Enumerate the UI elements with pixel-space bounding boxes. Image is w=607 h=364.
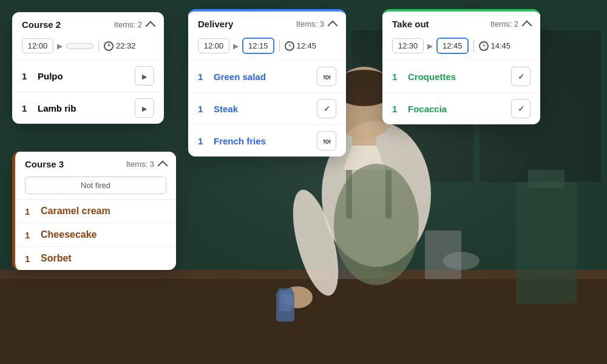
delivery-item-3: 1 French fries: [188, 124, 346, 157]
course2-time-mid[interactable]: [66, 43, 93, 49]
course2-item-1: 1 Pulpo: [12, 59, 164, 92]
course3-item-1: 1 Caramel cream: [15, 199, 176, 223]
delivery-arrow: ▶: [233, 42, 239, 50]
check-icon: [518, 104, 524, 113]
course2-clock: 22:32: [104, 41, 136, 51]
course3-item-3: 1 Sorbet: [15, 246, 176, 270]
course2-item1-action-btn[interactable]: [135, 66, 154, 86]
takeout-item-1: 1 Croquettes: [382, 60, 540, 92]
takeout-collapse-icon[interactable]: [522, 20, 532, 30]
course3-collapse-icon[interactable]: [158, 160, 168, 170]
clock-icon: [104, 41, 114, 51]
course3-title: Course 3: [25, 159, 64, 169]
takeout-divider: [473, 40, 474, 52]
takeout-item1-action-btn[interactable]: [511, 67, 531, 86]
takeout-item-2: 1 Focaccia: [382, 92, 540, 124]
delivery-time-mid[interactable]: 12:15: [242, 38, 274, 54]
serve-icon: [324, 72, 330, 81]
delivery-item1-action-btn[interactable]: [317, 67, 336, 86]
check-icon: [518, 72, 524, 81]
serve-icon: [324, 136, 330, 146]
course2-divider: [98, 40, 99, 52]
clock-icon: [285, 41, 294, 51]
course2-time-row: 12:00 ▶ 22:32: [12, 35, 164, 59]
delivery-time-row: 12:00 ▶ 12:15 12:45: [188, 34, 346, 60]
course2-panel: Course 2 Items: 2 12:00 ▶ 22:32 1 Pulpo …: [12, 12, 164, 124]
delivery-clock: 12:45: [285, 41, 317, 51]
takeout-title: Take out: [392, 19, 429, 29]
delivery-item2-action-btn[interactable]: [317, 99, 336, 118]
takeout-time-row: 12:30 ▶ 12:45 14:45: [382, 34, 540, 60]
delivery-title: Delivery: [198, 19, 233, 29]
course2-time-start[interactable]: 12:00: [22, 38, 53, 53]
delivery-item-1: 1 Green salad: [188, 60, 346, 92]
course3-header: Course 3 Items: 3: [15, 152, 176, 174]
takeout-clock: 14:45: [479, 41, 511, 51]
takeout-items-count: Items: 2: [490, 19, 531, 29]
takeout-time-start[interactable]: 12:30: [392, 38, 424, 53]
course3-item-2: 1 Cheesecake: [15, 223, 176, 246]
play-icon: [142, 72, 147, 81]
clock-icon: [479, 41, 489, 51]
course2-header: Course 2 Items: 2: [12, 12, 164, 35]
course2-item2-action-btn[interactable]: [135, 98, 154, 118]
delivery-divider: [279, 40, 280, 52]
takeout-arrow: ▶: [427, 42, 433, 50]
course3-items-count: Items: 3: [126, 160, 166, 169]
delivery-panel: Delivery Items: 3 12:00 ▶ 12:15 12:45 1 …: [188, 9, 346, 157]
course2-collapse-icon[interactable]: [146, 21, 156, 31]
course2-items-count: Items: 2: [114, 20, 154, 29]
delivery-item3-action-btn[interactable]: [317, 131, 336, 150]
course2-item-2: 1 Lamb rib: [12, 92, 164, 124]
takeout-time-mid[interactable]: 12:45: [436, 38, 469, 54]
play-icon: [142, 104, 147, 113]
delivery-header: Delivery Items: 3: [188, 12, 346, 34]
delivery-collapse-icon[interactable]: [328, 20, 338, 30]
not-fired-badge[interactable]: Not fired: [25, 177, 166, 194]
course3-panel: Course 3 Items: 3 Not fired 1 Caramel cr…: [12, 152, 176, 270]
course2-arrow: ▶: [57, 42, 63, 50]
course2-title: Course 2: [22, 19, 61, 30]
delivery-items-count: Items: 3: [296, 19, 336, 29]
delivery-time-start[interactable]: 12:00: [198, 38, 229, 53]
takeout-header: Take out Items: 2: [382, 12, 540, 34]
check-icon: [324, 104, 330, 113]
takeout-item2-action-btn[interactable]: [511, 99, 531, 118]
delivery-item-2: 1 Steak: [188, 92, 346, 124]
takeout-panel: Take out Items: 2 12:30 ▶ 12:45 14:45 1 …: [382, 9, 540, 124]
